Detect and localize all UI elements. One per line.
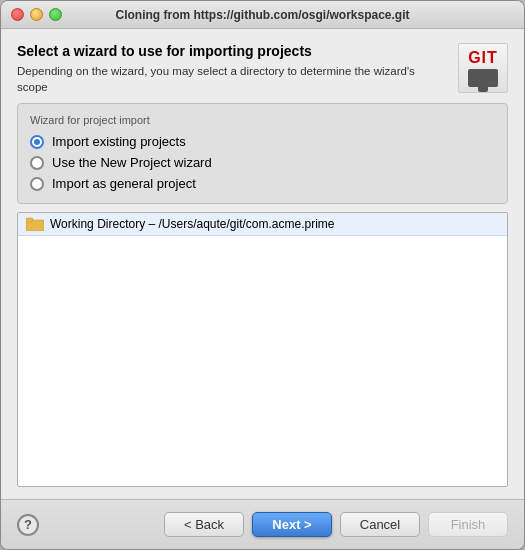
title-bar: Cloning from https://github.com/osgi/wor… <box>1 1 524 29</box>
page-description: Depending on the wizard, you may select … <box>17 63 448 95</box>
wizard-group-label: Wizard for project import <box>30 114 495 126</box>
directory-path: Working Directory – /Users/aqute/git/com… <box>50 217 335 231</box>
wizard-group: Wizard for project import Import existin… <box>17 103 508 204</box>
maximize-button[interactable] <box>49 8 62 21</box>
window-title: Cloning from https://github.com/osgi/wor… <box>116 8 410 22</box>
header-text: Select a wizard to use for importing pro… <box>17 43 448 95</box>
directory-item[interactable]: Working Directory – /Users/aqute/git/com… <box>18 213 507 236</box>
next-button[interactable]: Next > <box>252 512 332 537</box>
directory-list[interactable]: Working Directory – /Users/aqute/git/com… <box>17 212 508 487</box>
nav-buttons: < Back Next > Cancel Finish <box>164 512 508 537</box>
main-content: Select a wizard to use for importing pro… <box>1 29 524 499</box>
back-button[interactable]: < Back <box>164 512 244 537</box>
traffic-lights <box>11 8 62 21</box>
bottom-bar: ? < Back Next > Cancel Finish <box>1 499 524 549</box>
header-area: Select a wizard to use for importing pro… <box>17 43 508 95</box>
radio-import-existing-indicator <box>30 135 44 149</box>
cancel-button[interactable]: Cancel <box>340 512 420 537</box>
folder-icon <box>26 217 44 231</box>
radio-new-project-indicator <box>30 156 44 170</box>
radio-import-existing[interactable]: Import existing projects <box>30 134 495 149</box>
svg-rect-1 <box>26 218 33 222</box>
main-window: Cloning from https://github.com/osgi/wor… <box>0 0 525 550</box>
radio-general-project-indicator <box>30 177 44 191</box>
finish-button: Finish <box>428 512 508 537</box>
git-logo: GIT <box>458 43 508 93</box>
radio-general-project-label: Import as general project <box>52 176 196 191</box>
minimize-button[interactable] <box>30 8 43 21</box>
radio-import-existing-label: Import existing projects <box>52 134 186 149</box>
git-text: GIT <box>468 49 498 67</box>
close-button[interactable] <box>11 8 24 21</box>
page-title: Select a wizard to use for importing pro… <box>17 43 448 59</box>
git-monitor-icon <box>468 69 498 87</box>
help-button[interactable]: ? <box>17 514 39 536</box>
radio-new-project-label: Use the New Project wizard <box>52 155 212 170</box>
radio-new-project[interactable]: Use the New Project wizard <box>30 155 495 170</box>
radio-general-project[interactable]: Import as general project <box>30 176 495 191</box>
